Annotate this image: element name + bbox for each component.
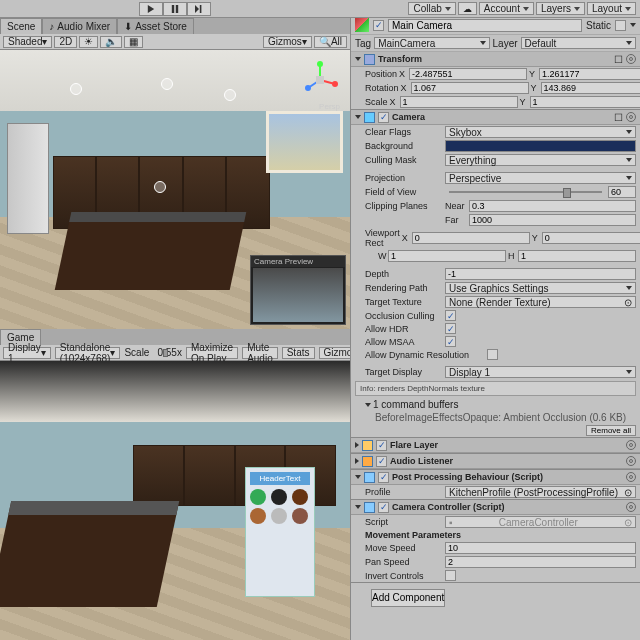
- flare-layer-header[interactable]: Flare Layer: [351, 438, 640, 453]
- script-icon: [364, 502, 375, 513]
- svg-rect-9: [316, 76, 324, 84]
- add-component-button[interactable]: Add Component: [371, 589, 445, 607]
- display-dropdown[interactable]: Display 1 ▾: [3, 347, 51, 359]
- post-processing-component: Post Processing Behaviour (Script) Profi…: [351, 470, 640, 500]
- gear-icon[interactable]: [626, 440, 636, 450]
- play-toolbar: [0, 0, 350, 18]
- collab-dropdown[interactable]: Collab: [408, 2, 455, 15]
- search-scope[interactable]: 🔍All: [314, 36, 347, 48]
- transform-component: Transform☐ PositionXYZ RotationXYZ Scale…: [351, 52, 640, 110]
- object-name-input[interactable]: [388, 19, 582, 32]
- audio-listener-header[interactable]: Audio Listener: [351, 454, 640, 469]
- depth-field[interactable]: [445, 268, 636, 280]
- remove-all-button[interactable]: Remove all: [586, 425, 636, 436]
- gear-icon[interactable]: [626, 54, 636, 64]
- camera-enabled[interactable]: [378, 112, 389, 123]
- fov-slider[interactable]: [449, 191, 602, 193]
- camera-component: Camera☐ Clear FlagsSkybox Background Cul…: [351, 110, 640, 438]
- svg-rect-1: [176, 5, 178, 13]
- invert-checkbox[interactable]: [445, 570, 456, 581]
- gear-icon[interactable]: [626, 456, 636, 466]
- pan-speed-field[interactable]: [445, 556, 636, 568]
- far-field[interactable]: [469, 214, 636, 226]
- rot-y[interactable]: [541, 82, 640, 94]
- tag-dropdown[interactable]: MainCamera: [374, 37, 489, 49]
- scale-label: Scale: [124, 347, 149, 358]
- culling-mask-dropdown[interactable]: Everything: [445, 154, 636, 166]
- gear-icon[interactable]: [626, 472, 636, 482]
- flare-icon: [362, 440, 373, 451]
- occlusion-checkbox[interactable]: [445, 310, 456, 321]
- account-dropdown[interactable]: Account: [479, 2, 534, 15]
- gear-icon[interactable]: [626, 502, 636, 512]
- step-button[interactable]: [187, 2, 211, 16]
- top-right-toolbar: Collab ☁ Account Layers Layout: [346, 0, 640, 18]
- object-header: Static: [351, 16, 640, 35]
- tag-label: Tag: [355, 38, 371, 49]
- vp-x[interactable]: [412, 232, 530, 244]
- shading-mode-dropdown[interactable]: Shaded ▾: [3, 36, 52, 48]
- gizmos-dropdown[interactable]: Gizmos ▾: [263, 36, 312, 48]
- render-path-dropdown[interactable]: Use Graphics Settings: [445, 282, 636, 294]
- vp-w[interactable]: [388, 250, 506, 262]
- tab-asset-store[interactable]: ⬇Asset Store: [117, 18, 194, 34]
- script-icon: [364, 472, 375, 483]
- profile-field[interactable]: KitchenProfile (PostProcessingProfile)⊙: [445, 486, 636, 498]
- dynres-checkbox[interactable]: [487, 349, 498, 360]
- layer-label: Layer: [493, 38, 518, 49]
- pause-button[interactable]: [163, 2, 187, 16]
- maximize-on-play[interactable]: Maximize On Play: [186, 347, 238, 359]
- svg-point-8: [305, 85, 311, 91]
- 2d-toggle[interactable]: 2D: [54, 36, 77, 48]
- camera-preview-overlay: Camera Preview: [250, 255, 346, 325]
- fov-field[interactable]: [608, 186, 636, 198]
- game-view[interactable]: HeaderText: [0, 361, 350, 640]
- scl-y[interactable]: [530, 96, 640, 108]
- scene-tabs: Scene ♪Audio Mixer ⬇Asset Store: [0, 18, 350, 34]
- tab-scene[interactable]: Scene: [0, 18, 42, 34]
- svg-point-7: [332, 81, 338, 87]
- layout-dropdown[interactable]: Layout: [587, 2, 636, 15]
- layers-dropdown[interactable]: Layers: [536, 2, 585, 15]
- gear-icon[interactable]: [626, 112, 636, 122]
- fx-toggle-icon[interactable]: ▦: [124, 36, 143, 48]
- static-checkbox[interactable]: [615, 20, 626, 31]
- transform-icon: [364, 54, 375, 65]
- pos-x[interactable]: [409, 68, 527, 80]
- hdr-checkbox[interactable]: [445, 323, 456, 334]
- near-field[interactable]: [469, 200, 636, 212]
- layer-dropdown[interactable]: Default: [521, 37, 636, 49]
- msaa-checkbox[interactable]: [445, 336, 456, 347]
- vp-h[interactable]: [518, 250, 636, 262]
- aspect-dropdown[interactable]: Standalone (1024x768) ▾: [55, 347, 121, 359]
- audio-icon: [362, 456, 373, 467]
- gameobject-icon: [355, 18, 369, 32]
- scene-toolbar: Shaded ▾ 2D ☀ 🔈 ▦ Gizmos ▾ 🔍All: [0, 34, 350, 50]
- orientation-gizmo[interactable]: [300, 60, 340, 100]
- projection-dropdown[interactable]: Perspective: [445, 172, 636, 184]
- mute-audio[interactable]: Mute Audio: [242, 347, 278, 359]
- tab-audio-mixer[interactable]: ♪Audio Mixer: [42, 18, 117, 34]
- background-color[interactable]: [445, 140, 636, 152]
- target-texture-field[interactable]: None (Render Texture)⊙: [445, 296, 636, 308]
- scene-view[interactable]: Persp Camera Preview: [0, 50, 350, 329]
- camera-icon: [364, 112, 375, 123]
- script-field: ▪ CameraController⊙: [445, 516, 636, 528]
- svg-rect-2: [200, 5, 202, 13]
- lighting-toggle-icon[interactable]: ☀: [79, 36, 98, 48]
- camera-controller-component: Camera Controller (Script) Script▪ Camer…: [351, 500, 640, 583]
- active-checkbox[interactable]: [373, 20, 384, 31]
- play-button[interactable]: [139, 2, 163, 16]
- pos-y[interactable]: [539, 68, 640, 80]
- rot-x[interactable]: [411, 82, 529, 94]
- stats-toggle[interactable]: Stats: [282, 347, 315, 359]
- target-display-dropdown[interactable]: Display 1: [445, 366, 636, 378]
- clear-flags-dropdown[interactable]: Skybox: [445, 126, 636, 138]
- scl-x[interactable]: [400, 96, 518, 108]
- move-speed-field[interactable]: [445, 542, 636, 554]
- audio-toggle-icon[interactable]: 🔈: [100, 36, 122, 48]
- game-toolbar: Display 1 ▾ Standalone (1024x768) ▾ Scal…: [0, 345, 350, 361]
- cloud-button[interactable]: ☁: [458, 2, 477, 15]
- vp-y[interactable]: [542, 232, 640, 244]
- scale-value: 0.55x: [157, 347, 181, 358]
